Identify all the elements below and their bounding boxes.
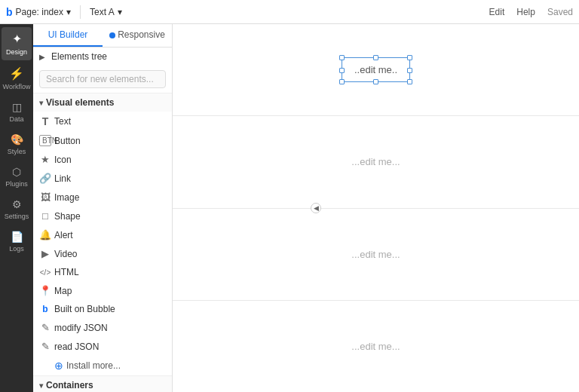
top-bar: b Page: index ▾ Text A ▾ Edit Help Saved <box>0 0 579 24</box>
edit-text-4: ...edit me... <box>351 341 400 352</box>
data-icon: ◫ <box>12 101 22 113</box>
panel-resize-toggle[interactable]: ◀ <box>311 203 321 213</box>
help-button[interactable]: Help <box>516 7 535 17</box>
logs-label: Logs <box>9 245 24 253</box>
settings-label: Settings <box>5 213 29 220</box>
handle-ml[interactable] <box>339 68 345 73</box>
element-alert[interactable]: 🔔 Alert <box>33 225 172 244</box>
sidebar-item-workflow[interactable]: ⚡ Workflow <box>2 62 32 95</box>
top-bar-actions: Edit Help Saved <box>489 7 573 17</box>
link-icon: 🔗 <box>39 173 51 184</box>
button-icon: BTN <box>39 135 51 146</box>
element-text[interactable]: T Text <box>33 112 172 131</box>
canvas-section-4[interactable]: ...edit me... <box>173 300 579 392</box>
styles-label: Styles <box>8 148 26 155</box>
handle-mr[interactable] <box>407 68 412 73</box>
canvas-content: ..edit me.. ...edit me... ...edit me... <box>173 24 579 392</box>
element-image[interactable]: 🖼 Image <box>33 188 172 207</box>
sidebar-item-data[interactable]: ◫ Data <box>2 96 32 127</box>
responsive-dot <box>109 32 115 38</box>
element-shape[interactable]: □ Shape <box>33 207 172 225</box>
design-icon: ✦ <box>12 32 22 46</box>
elements-tree-item[interactable]: ▶ Elements tree <box>33 47 172 66</box>
edit-text-2: ...edit me... <box>351 156 400 167</box>
modify-json-icon: ✎ <box>39 322 51 333</box>
styles-icon: 🎨 <box>11 133 23 145</box>
design-label: Design <box>6 48 27 56</box>
plugins-label: Plugins <box>5 180 28 188</box>
page-selector[interactable]: b Page: index ▾ <box>6 6 71 18</box>
search-box <box>33 66 172 93</box>
handle-tl[interactable] <box>339 55 345 60</box>
containers-header[interactable]: ▾ Containers <box>33 375 172 392</box>
install-more-visual[interactable]: ⊕ Install more... <box>33 356 172 375</box>
logs-icon: 📄 <box>11 231 23 243</box>
element-video[interactable]: ▶ Video <box>33 244 172 263</box>
search-input[interactable] <box>39 70 166 88</box>
element-map[interactable]: 📍 Map <box>33 281 172 300</box>
handle-br[interactable] <box>407 79 412 84</box>
image-icon: 🖼 <box>39 191 51 203</box>
handle-tr[interactable] <box>407 55 412 60</box>
html-icon: </> <box>39 268 51 277</box>
element-built-on-bubble[interactable]: b Built on Bubble <box>33 300 172 318</box>
settings-icon: ⚙ <box>12 198 22 210</box>
element-link[interactable]: 🔗 Link <box>33 169 172 188</box>
text-a-selector[interactable]: Text A ▾ <box>90 7 122 17</box>
text-icon: T <box>39 115 51 127</box>
canvas-section-1[interactable]: ..edit me.. <box>173 24 579 115</box>
edit-button[interactable]: Edit <box>489 7 505 17</box>
handle-bm[interactable] <box>373 79 378 84</box>
canvas[interactable]: ..edit me.. ...edit me... ...edit me... <box>173 24 579 392</box>
edit-text-1: ..edit me.. <box>354 64 397 75</box>
divider-1 <box>80 5 81 19</box>
shape-icon: □ <box>39 210 51 222</box>
saved-status: Saved <box>547 7 573 17</box>
alert-icon: 🔔 <box>39 229 51 240</box>
sidebar-item-design[interactable]: ✦ Design <box>2 27 32 60</box>
page-label: Page: index <box>16 7 63 17</box>
handle-bl[interactable] <box>339 79 345 84</box>
element-icon[interactable]: ★ Icon <box>33 150 172 169</box>
visual-elements-header[interactable]: ▾ Visual elements <box>33 93 172 112</box>
main-area: ✦ Design ⚡ Workflow ◫ Data 🎨 Styles ⬡ Pl… <box>0 24 579 392</box>
sidebar-item-plugins[interactable]: ⬡ Plugins <box>2 161 32 192</box>
data-label: Data <box>9 115 23 123</box>
tab-responsive[interactable]: Responsive <box>103 24 172 47</box>
visual-elements-arrow: ▾ <box>39 99 43 107</box>
canvas-section-3[interactable]: ...edit me... <box>173 208 579 300</box>
plus-icon-visual: ⊕ <box>54 360 63 372</box>
element-button[interactable]: BTN Button <box>33 131 172 150</box>
canvas-section-2[interactable]: ...edit me... <box>173 115 579 207</box>
sidebar-item-styles[interactable]: 🎨 Styles <box>2 129 32 160</box>
selected-element[interactable]: ..edit me.. <box>342 57 410 82</box>
sidebar-item-settings[interactable]: ⚙ Settings <box>2 194 32 225</box>
containers-arrow: ▾ <box>39 381 43 390</box>
video-icon: ▶ <box>39 248 51 259</box>
built-on-bubble-icon: b <box>39 304 51 314</box>
workflow-label: Workflow <box>3 83 31 90</box>
logo: b <box>6 6 13 18</box>
sidebar-item-logs[interactable]: 📄 Logs <box>2 226 32 257</box>
element-read-json[interactable]: ✎ read JSON <box>33 337 172 356</box>
panel-sidebar: UI Builder Responsive ▶ Elements tree ▾ … <box>33 24 173 392</box>
element-modify-json[interactable]: ✎ modify JSON <box>33 318 172 337</box>
workflow-icon: ⚡ <box>9 66 24 81</box>
resize-arrow-icon: ◀ <box>314 204 319 212</box>
edit-text-3: ...edit me... <box>351 249 400 260</box>
tab-ui-builder[interactable]: UI Builder <box>33 24 103 47</box>
icon-sidebar: ✦ Design ⚡ Workflow ◫ Data 🎨 Styles ⬡ Pl… <box>0 24 33 392</box>
plugins-icon: ⬡ <box>12 166 21 178</box>
panel-tabs: UI Builder Responsive <box>33 24 172 47</box>
text-a-chevron: ▾ <box>118 7 122 17</box>
element-html[interactable]: </> HTML <box>33 263 172 281</box>
page-chevron: ▾ <box>66 7 71 17</box>
text-a-label: Text A <box>90 7 115 17</box>
elements-tree-arrow: ▶ <box>39 53 48 61</box>
read-json-icon: ✎ <box>39 341 51 352</box>
handle-tm[interactable] <box>373 55 378 60</box>
icon-icon: ★ <box>39 154 51 165</box>
panel-list: ▾ Visual elements T Text BTN Button ★ Ic… <box>33 93 172 392</box>
map-icon: 📍 <box>39 285 51 296</box>
